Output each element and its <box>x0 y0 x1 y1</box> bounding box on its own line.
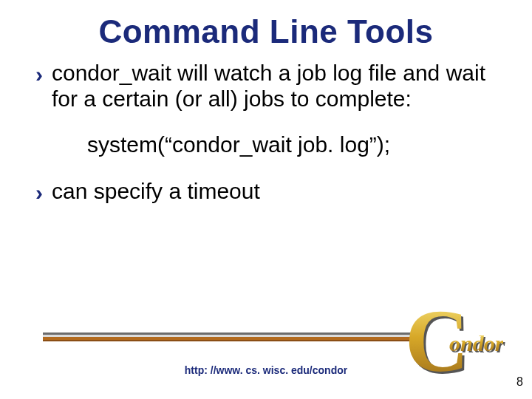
bullet-item: › condor_wait will watch a job log file … <box>35 61 497 112</box>
slide-body: › condor_wait will watch a job log file … <box>0 50 532 204</box>
slide: Command Line Tools › condor_wait will wa… <box>0 0 532 399</box>
logo-rest: ondor <box>449 332 503 355</box>
bullet-item: › can specify a timeout <box>35 179 497 205</box>
page-number: 8 <box>516 375 523 389</box>
bullet-text: can specify a timeout <box>52 179 497 205</box>
condor-logo: C C ondor ondor <box>405 297 516 378</box>
code-line: system(“condor_wait job. log”); <box>87 132 497 158</box>
bullet-text: condor_wait will watch a job log file an… <box>52 61 497 112</box>
separator-line <box>43 332 412 341</box>
slide-title: Command Line Tools <box>0 0 532 50</box>
bullet-arrow-icon: › <box>35 180 43 206</box>
bullet-arrow-icon: › <box>35 62 43 88</box>
